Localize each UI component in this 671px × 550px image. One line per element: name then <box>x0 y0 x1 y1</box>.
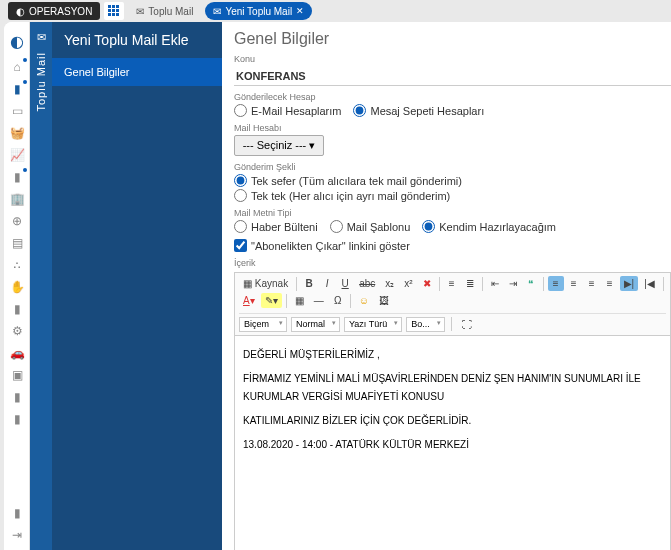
bold-button[interactable]: B <box>301 276 317 291</box>
hand-icon[interactable]: ✋ <box>4 276 30 298</box>
size-dropdown[interactable]: Bo... <box>406 317 445 332</box>
topbar: ◐ OPERASYON ✉ Toplu Mail ✉ Yeni Toplu Ma… <box>0 0 671 22</box>
item-icon[interactable]: ▮ <box>4 408 30 430</box>
main-content: Genel Bilgiler Konu Gönderilecek Hesap E… <box>222 22 671 550</box>
image-button[interactable]: 🖼 <box>375 293 393 308</box>
home-icon[interactable]: ⌂ <box>4 56 30 78</box>
underline-button[interactable]: U <box>337 276 353 291</box>
basket-icon[interactable]: 🧺 <box>4 122 30 144</box>
special-button[interactable]: Ω <box>330 293 346 308</box>
svg-rect-5 <box>116 9 119 12</box>
emoji-button[interactable]: ☺ <box>355 293 373 308</box>
hr-button[interactable]: ― <box>310 293 328 308</box>
source-button[interactable]: ▦ Kaynak <box>239 276 292 291</box>
account-label: Gönderilecek Hesap <box>234 92 671 102</box>
brand-icon: ◐ <box>16 6 25 17</box>
iconbar: ◐ ⌂ ▮ ▭ 🧺 📈 ▮ 🏢 ⊕ ▤ ⛬ ✋ ▮ ⚙ 🚗 ▣ ▮ ▮ ▮ ⇥ <box>4 22 30 550</box>
font-dropdown[interactable]: Yazı Türü <box>344 317 402 332</box>
note-icon[interactable]: ▮ <box>4 78 30 100</box>
vertical-tab-label: Toplu Mail <box>35 52 47 112</box>
app-shell: ◐ ⌂ ▮ ▭ 🧺 📈 ▮ 🏢 ⊕ ▤ ⛬ ✋ ▮ ⚙ 🚗 ▣ ▮ ▮ ▮ ⇥ … <box>4 22 671 550</box>
book-icon[interactable]: ▤ <box>4 232 30 254</box>
page-title: Genel Bilgiler <box>234 30 671 48</box>
subject-input[interactable] <box>234 67 671 86</box>
bullist-button[interactable]: ≣ <box>462 276 478 291</box>
format-dropdown[interactable]: Normal <box>291 317 340 332</box>
table-button[interactable]: ▦ <box>291 293 308 308</box>
svg-rect-3 <box>108 9 111 12</box>
editor-toolbar: ▦ Kaynak B I U abc x₂ x² ✖ ≡ ≣ ⇤ ⇥ ❝ ≡ ≡… <box>234 272 671 335</box>
tab-label: Yeni Toplu Mail <box>225 6 292 17</box>
tab-yeni-toplu-mail[interactable]: ✉ Yeni Toplu Mail ✕ <box>205 2 312 20</box>
style-dropdown[interactable]: Biçem <box>239 317 287 332</box>
close-icon[interactable]: ✕ <box>296 6 304 16</box>
item-icon[interactable]: ▮ <box>4 502 30 524</box>
apps-grid-button[interactable] <box>104 2 124 20</box>
content-label: İçerik <box>234 258 671 268</box>
editor-body[interactable]: DEĞERLİ MÜŞTERİLERİMİZ , FİRMAMIZ YEMİNL… <box>234 335 671 550</box>
side-item-genel-bilgiler[interactable]: Genel Bilgiler <box>52 58 222 86</box>
direction-button[interactable]: ▶| <box>620 276 639 291</box>
removeformat-button[interactable]: ✖ <box>419 276 435 291</box>
textcolor-button[interactable]: A▾ <box>239 293 259 308</box>
vertical-tab[interactable]: ✉ Toplu Mail <box>30 22 52 550</box>
mailacct-label: Mail Hesabı <box>234 123 671 133</box>
globe-icon[interactable]: ⊕ <box>4 210 30 232</box>
sidepanel: ✉ Toplu Mail Yeni Toplu Mail Ekle Genel … <box>30 22 222 550</box>
numlist-button[interactable]: ≡ <box>444 276 460 291</box>
chart-icon[interactable]: 📈 <box>4 144 30 166</box>
radio-mesaj-sepeti[interactable]: Mesaj Sepeti Hesapları <box>353 104 484 117</box>
radio-tek-tek[interactable]: Tek tek (Her alıcı için ayrı mail gönder… <box>234 189 671 202</box>
car-icon[interactable]: 🚗 <box>4 342 30 364</box>
card-icon[interactable]: ▭ <box>4 100 30 122</box>
doc-icon[interactable]: ▮ <box>4 166 30 188</box>
file-icon[interactable]: ▮ <box>4 298 30 320</box>
item-icon[interactable]: ▮ <box>4 386 30 408</box>
align-justify-button[interactable]: ≡ <box>602 276 618 291</box>
tab-toplu-mail[interactable]: ✉ Toplu Mail <box>128 2 201 20</box>
side-content: Yeni Toplu Mail Ekle Genel Bilgiler <box>52 22 222 550</box>
outdent-button[interactable]: ⇤ <box>487 276 503 291</box>
indent-button[interactable]: ⇥ <box>505 276 521 291</box>
radio-kendim[interactable]: Kendim Hazırlayacağım <box>422 220 556 233</box>
subscript-button[interactable]: x₂ <box>381 276 398 291</box>
gear-icon[interactable]: ⚙ <box>4 320 30 342</box>
brand-label: OPERASYON <box>29 6 92 17</box>
logout-icon[interactable]: ⇥ <box>4 524 30 546</box>
svg-rect-4 <box>112 9 115 12</box>
editor-line: FİRMAMIZ YEMİNLİ MALİ MÜŞAVİRLERİNDEN DE… <box>243 370 662 406</box>
radio-haber-bulteni[interactable]: Haber Bülteni <box>234 220 318 233</box>
side-header: Yeni Toplu Mail Ekle <box>52 22 222 58</box>
tab-label: Toplu Mail <box>148 6 193 17</box>
align-center-button[interactable]: ≡ <box>566 276 582 291</box>
quote-button[interactable]: ❝ <box>523 276 539 291</box>
unsubscribe-checkbox[interactable]: "Abonelikten Çıkar" linkini göster <box>234 239 671 252</box>
people-icon[interactable]: ⛬ <box>4 254 30 276</box>
editor-line: 13.08.2020 - 14:00 - ATATÜRK KÜLTÜR MERK… <box>243 436 662 454</box>
mail-icon: ✉ <box>136 6 144 17</box>
svg-rect-6 <box>108 13 111 16</box>
italic-button[interactable]: I <box>319 276 335 291</box>
strike-button[interactable]: abc <box>355 276 379 291</box>
mailacct-select[interactable]: --- Seçiniz --- ▾ <box>234 135 324 156</box>
android-icon[interactable]: ▣ <box>4 364 30 386</box>
app-logo[interactable]: ◐ <box>4 26 30 56</box>
sendtype-label: Gönderim Şekli <box>234 162 671 172</box>
bodytype-label: Mail Metni Tipi <box>234 208 671 218</box>
svg-rect-7 <box>112 13 115 16</box>
mail-icon: ✉ <box>32 28 50 46</box>
building-icon[interactable]: 🏢 <box>4 188 30 210</box>
radio-email-hesaplarim[interactable]: E-Mail Hesaplarım <box>234 104 341 117</box>
maximize-button[interactable]: ⛶ <box>458 317 476 332</box>
subject-label: Konu <box>234 54 671 64</box>
editor-line: KATILIMLARINIZ BİZLER İÇİN ÇOK DEĞERLİDİ… <box>243 412 662 430</box>
brand-badge: ◐ OPERASYON <box>8 2 100 20</box>
svg-rect-8 <box>116 13 119 16</box>
superscript-button[interactable]: x² <box>400 276 416 291</box>
radio-mail-sablonu[interactable]: Mail Şablonu <box>330 220 411 233</box>
radio-tek-sefer[interactable]: Tek sefer (Tüm alıcılara tek mail gönder… <box>234 174 671 187</box>
align-left-button[interactable]: ≡ <box>548 276 564 291</box>
direction-rtl-button[interactable]: |◀ <box>640 276 659 291</box>
bgcolor-button[interactable]: ✎▾ <box>261 293 282 308</box>
align-right-button[interactable]: ≡ <box>584 276 600 291</box>
